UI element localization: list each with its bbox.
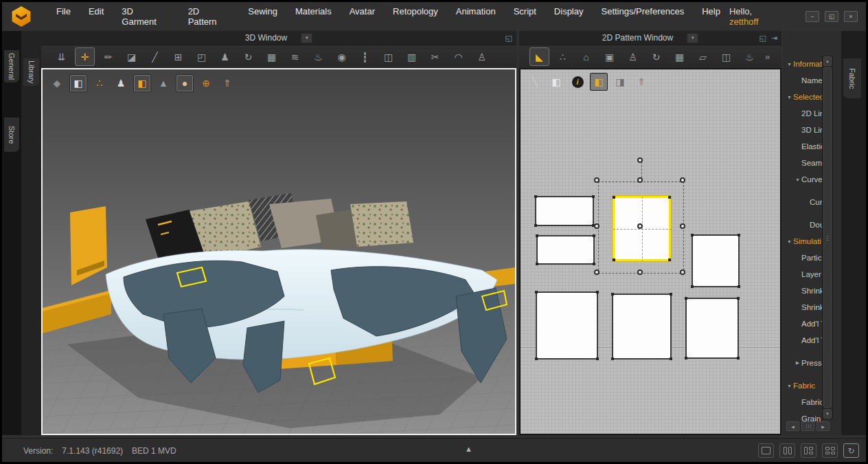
menu-retopology[interactable]: Retopology (384, 2, 447, 31)
scroll-left-button[interactable]: ◀ (786, 421, 799, 431)
fold-arrangement-tool[interactable]: ⊞ (168, 47, 188, 66)
layout-single-button[interactable] (758, 443, 774, 458)
selection-handle-6[interactable] (594, 269, 599, 275)
panel-section-selected[interactable]: ▼Selected (783, 89, 822, 105)
panel-section-fabric[interactable]: ▼Fabric (783, 377, 822, 394)
show-particles-toggle[interactable]: ∴ (91, 74, 108, 92)
walk-pose-tool[interactable]: ♙ (472, 47, 492, 66)
horizontal-scroll-thumb[interactable] (801, 421, 814, 431)
pattern-piece-2[interactable] (536, 235, 595, 265)
piece-corner-point[interactable] (737, 357, 740, 360)
button-tool[interactable]: ◉ (332, 47, 352, 66)
pattern-piece-4[interactable] (692, 234, 740, 287)
piece-corner-point[interactable] (596, 357, 599, 360)
mesh-grid-tool[interactable]: ▦ (262, 47, 282, 66)
piece-corner-point[interactable] (691, 234, 694, 236)
panel-item-add-l-t[interactable]: Add'l T (783, 316, 822, 332)
menu-help[interactable]: Help (693, 2, 729, 31)
piece-corner-point[interactable] (691, 285, 694, 288)
detach-3d-icon[interactable]: ◱ (505, 32, 512, 43)
panel-item-name[interactable]: Name (783, 72, 822, 89)
tree-up-toggle[interactable]: ⇑ (632, 73, 650, 91)
detach-2d-icon[interactable]: ◱ (759, 32, 766, 43)
needle-toggle[interactable]: ╲ (526, 73, 544, 91)
menu-avatar[interactable]: Avatar (341, 2, 384, 31)
selection-rotation-handle[interactable] (637, 157, 643, 163)
username-link[interactable]: zetthoff (729, 16, 758, 27)
zipper-tool[interactable]: ┇ (355, 47, 375, 66)
pattern-canvas[interactable] (519, 68, 781, 435)
piece-corner-point[interactable] (611, 293, 614, 296)
select-move-tool[interactable]: ✛ (75, 47, 95, 66)
close-button[interactable]: × (844, 11, 858, 22)
layout-three-pane-button[interactable] (801, 443, 816, 458)
panel-section-information[interactable]: ▼Information (783, 56, 822, 72)
minimize-button[interactable]: − (806, 11, 819, 22)
panel-section-simulati[interactable]: ▼Simulati (783, 233, 822, 250)
panel-item-3d-line[interactable]: 3D Line (783, 122, 822, 138)
texture-tool[interactable]: ▥ (402, 47, 422, 66)
timeline-expander[interactable]: ▲ (465, 445, 472, 453)
menu-animation[interactable]: Animation (447, 2, 505, 31)
tab-fabric[interactable]: Fabric (843, 58, 861, 98)
panel-item-seam-t[interactable]: Seam T (783, 155, 822, 171)
layout-two-pane-button[interactable] (779, 443, 795, 458)
selection-handle-2[interactable] (637, 177, 643, 183)
piece-corner-point[interactable] (685, 297, 687, 300)
pattern-piece-7[interactable] (685, 298, 739, 359)
avatar-arrangement-tool[interactable]: ♟ (215, 47, 235, 66)
selection-handle-7[interactable] (637, 269, 643, 275)
selection-handle-5[interactable] (680, 223, 685, 229)
pin-scissors-tool[interactable]: ✂ (425, 47, 445, 66)
menu-file[interactable]: File (47, 2, 80, 31)
pattern-piece-5[interactable] (536, 291, 598, 360)
menu-sewing[interactable]: Sewing (239, 2, 286, 31)
piece-corner-point[interactable] (670, 357, 672, 360)
layout-grid-four-button[interactable] (822, 443, 838, 458)
piece-corner-point[interactable] (596, 291, 599, 294)
steam-tool-2d[interactable]: ♨ (740, 47, 760, 66)
panel-item-2d-line[interactable]: 2D Line (783, 105, 822, 122)
viewport-3d[interactable]: ◆◧∴♟◧▲●⊕⇑ (41, 68, 516, 435)
selection-handle-1[interactable] (594, 177, 599, 183)
edit-pattern-tool[interactable]: ∴ (553, 47, 573, 66)
show-solid-toggle[interactable]: ◆ (48, 74, 66, 92)
show-garment-toggle[interactable]: ◧ (69, 74, 87, 92)
panel-item-doub[interactable]: Doub (783, 217, 822, 233)
scroll-up-button[interactable]: ▲ (823, 56, 832, 66)
show-pattern-toggle[interactable]: ◧ (133, 74, 151, 92)
tape-tool[interactable]: ◠ (448, 47, 468, 66)
menu-script[interactable]: Script (505, 2, 545, 31)
info-toggle[interactable]: i (569, 73, 586, 91)
scroll-right-button[interactable]: ▶ (816, 421, 830, 431)
pin-tool[interactable]: ╱ (145, 47, 165, 66)
show-cone-toggle[interactable]: ▲ (155, 74, 172, 92)
sidebar-tab-store[interactable]: Store (4, 118, 19, 152)
show-world-toggle[interactable]: ⊕ (197, 74, 215, 92)
piece-corner-point[interactable] (536, 234, 538, 237)
simulate-tool[interactable]: ⇊ (52, 47, 71, 66)
panel-item-layer[interactable]: Layer (783, 266, 822, 283)
show-head-toggle[interactable]: ● (176, 74, 194, 92)
vertical-scrollbar[interactable]: ▲ ▼ (822, 56, 833, 419)
piece-corner-point[interactable] (738, 234, 740, 236)
panel-item-curve[interactable]: ▼Curve (783, 171, 822, 188)
select-mesh-tool[interactable]: ◪ (122, 47, 141, 66)
selection-handle-3[interactable] (680, 177, 685, 183)
reset-arrangement-tool-2d[interactable]: ↻ (646, 47, 666, 66)
piece-corner-point[interactable] (534, 224, 537, 227)
collapse-panel-icon[interactable]: ⇥ (771, 32, 777, 43)
piece-corner-point[interactable] (535, 357, 538, 360)
menu-display[interactable]: Display (545, 2, 593, 31)
piece-corner-point[interactable] (592, 195, 595, 198)
menu-materials[interactable]: Materials (286, 2, 341, 31)
sidebar-tab-library[interactable]: Library (23, 58, 39, 86)
piece-corner-point[interactable] (593, 263, 595, 265)
flip-pattern-tool[interactable]: ◰ (192, 47, 212, 66)
garment-toggle-2d[interactable]: ◧ (547, 73, 565, 91)
piece-corner-point[interactable] (534, 195, 537, 198)
piece-corner-point[interactable] (738, 285, 740, 288)
avatar-figure-tool[interactable]: ♙ (623, 47, 643, 66)
menu-settings-preferences[interactable]: Settings/Preferences (592, 2, 693, 31)
menu-2d-pattern[interactable]: 2D Pattern (179, 2, 240, 31)
